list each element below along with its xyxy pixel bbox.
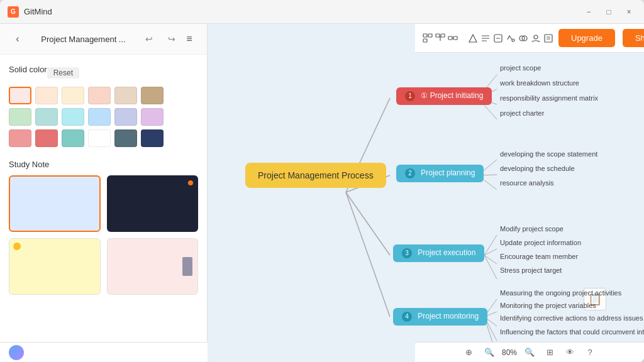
svg-rect-0: [423, 34, 427, 37]
toolbar-btn-0[interactable]: [423, 29, 433, 48]
color-swatch-4[interactable]: [114, 87, 137, 104]
color-swatch-3[interactable]: [88, 87, 111, 104]
upgrade-button[interactable]: Upgrade: [558, 29, 615, 47]
color-swatch-16[interactable]: [114, 129, 137, 147]
fit-button[interactable]: ⊕: [462, 345, 477, 360]
color-swatch-6[interactable]: [9, 108, 31, 126]
study-note-item-0[interactable]: [9, 175, 101, 232]
close-button[interactable]: ×: [621, 4, 636, 19]
leaf-2-1: developing the schedule: [500, 165, 575, 172]
panel-collapse-button[interactable]: ≡: [180, 30, 198, 48]
leaf-2-2: resource analysis: [500, 179, 554, 187]
redo-button[interactable]: ↪: [163, 30, 180, 48]
toolbar-btn-4[interactable]: [480, 29, 491, 48]
app-icon: G: [8, 6, 19, 18]
branch-2-label: Project planning: [421, 168, 475, 177]
svg-line-25: [346, 192, 390, 317]
leaf-1-2: responsibility assignment matrix: [500, 94, 598, 102]
preview-button[interactable]: 👁: [562, 345, 577, 360]
toolbar-btn-8[interactable]: [531, 29, 541, 48]
leaf-1-3: project charter: [500, 109, 544, 117]
leaf-4-2: Identifying corrective actions to addres…: [500, 314, 644, 322]
svg-rect-7: [453, 36, 457, 40]
central-node[interactable]: Project Management Process: [245, 163, 386, 188]
main-content: ‹ Project Management ... ↩ ↪ ≡ Solid col…: [0, 24, 644, 362]
toolbar-btn-9[interactable]: [543, 29, 553, 48]
color-swatch-8[interactable]: [62, 108, 84, 126]
mind-map-canvas[interactable]: Project Management Process 1 ① Project i…: [208, 53, 644, 342]
maximize-button[interactable]: □: [601, 4, 616, 19]
color-swatch-17[interactable]: [141, 129, 164, 147]
toolbar-btn-1[interactable]: [435, 29, 445, 48]
fullscreen-button[interactable]: ⊞: [542, 345, 557, 360]
color-swatch-14[interactable]: [62, 129, 84, 147]
zoom-level: 80%: [502, 348, 517, 357]
color-swatch-2[interactable]: [62, 87, 84, 104]
undo-button[interactable]: ↩: [140, 30, 158, 48]
branch-node-1[interactable]: 1 ① Project initiating: [396, 87, 492, 105]
branch-3-label: Project execution: [418, 248, 475, 257]
svg-line-35: [484, 255, 497, 264]
panel-back-button[interactable]: ‹: [9, 30, 26, 48]
toolbar-btn-5[interactable]: [493, 29, 503, 48]
solid-color-label: Solid color: [9, 65, 47, 74]
brand-bar: [0, 342, 208, 362]
color-swatch-5[interactable]: [141, 87, 164, 104]
branch-1-number: 1: [405, 91, 415, 101]
minimize-button[interactable]: −: [581, 4, 596, 19]
toolbar-btn-6[interactable]: [506, 29, 516, 48]
branch-4-label: Project monitoring: [418, 312, 479, 321]
svg-point-15: [512, 39, 514, 41]
leaf-1-1: work breakdown structure: [500, 79, 579, 87]
leaf-4-3: Influencing the factors that could circu…: [500, 328, 644, 336]
color-swatch-12[interactable]: [9, 129, 31, 147]
user-avatar: [9, 345, 24, 360]
branch-2-number: 2: [405, 168, 415, 178]
branch-node-4[interactable]: 4 Project monitoring: [393, 308, 487, 326]
panel-body: Solid color Reset: [0, 55, 207, 362]
toolbar-btn-7[interactable]: [518, 29, 528, 48]
leaf-2-0: developing the scope statement: [500, 150, 597, 158]
bottom-bar: ⊕ 🔍 80% 🔍 ⊞ 👁 ?: [415, 342, 644, 362]
svg-line-24: [346, 192, 390, 255]
toolbar-btn-2[interactable]: [448, 29, 458, 48]
color-swatch-9[interactable]: [88, 108, 111, 126]
panel-header: ‹ Project Management ... ↩ ↪ ≡: [0, 24, 207, 55]
svg-rect-3: [436, 34, 440, 37]
study-note-grid: [9, 175, 198, 295]
study-note-item-3[interactable]: [107, 238, 199, 295]
canvas-area[interactable]: Upgrade Share Export: [208, 24, 644, 362]
color-swatch-13[interactable]: [35, 129, 58, 147]
app-title: GitMind: [24, 7, 581, 16]
toolbar-btn-3[interactable]: [468, 29, 478, 48]
svg-line-34: [484, 249, 497, 255]
share-button[interactable]: Share: [623, 29, 644, 47]
panel-title: Project Management ...: [26, 35, 140, 44]
color-swatch-7[interactable]: [35, 108, 58, 126]
branch-node-3[interactable]: 3 Project execution: [393, 244, 484, 262]
branch-3-number: 3: [402, 248, 412, 258]
study-note-item-2[interactable]: [9, 238, 101, 295]
branch-node-2[interactable]: 2 Project planning: [396, 165, 484, 182]
help-button[interactable]: ?: [582, 345, 597, 360]
svg-rect-1: [428, 34, 432, 37]
top-toolbar: Upgrade Share Export: [415, 24, 644, 53]
window-controls: − □ ×: [581, 4, 636, 19]
color-swatch-10[interactable]: [114, 108, 137, 126]
reset-button[interactable]: Reset: [47, 67, 79, 79]
zoom-out-button[interactable]: 🔍: [482, 345, 497, 360]
zoom-in-button[interactable]: 🔍: [522, 345, 537, 360]
leaf-3-3: Stress project target: [500, 266, 562, 274]
color-swatch-0[interactable]: [9, 87, 31, 104]
title-bar: G GitMind − □ ×: [0, 0, 644, 24]
svg-point-18: [534, 35, 538, 39]
color-swatch-15[interactable]: [88, 129, 111, 147]
app-window: G GitMind − □ × ‹ Project Management ...…: [0, 0, 644, 362]
svg-rect-2: [423, 39, 427, 42]
study-note-item-1[interactable]: [107, 175, 199, 232]
color-swatch-11[interactable]: [141, 108, 164, 126]
leaf-4-0: Measuring the ongoing project activities: [500, 289, 621, 297]
svg-rect-19: [545, 35, 552, 42]
color-grid: [9, 87, 198, 147]
color-swatch-1[interactable]: [35, 87, 58, 104]
